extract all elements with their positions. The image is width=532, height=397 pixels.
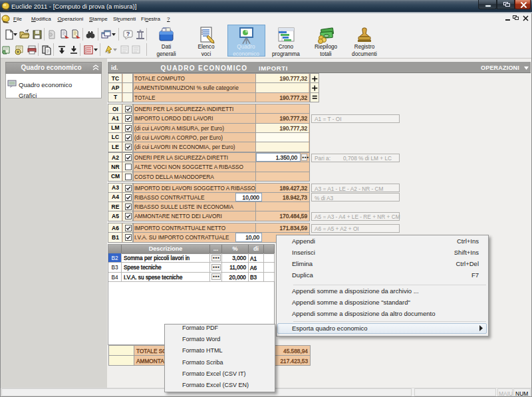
svg-text:?: ? xyxy=(126,31,130,37)
